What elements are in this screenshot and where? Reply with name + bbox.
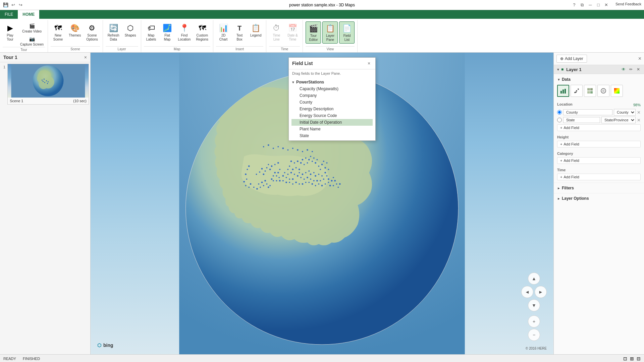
- layer-edit-icon[interactable]: ✏: [628, 66, 634, 72]
- county-mapping-dropdown[interactable]: County: [614, 109, 636, 116]
- tour-close-button[interactable]: ×: [84, 55, 87, 60]
- scene-thumbnail: [8, 64, 89, 98]
- capture-screen-button[interactable]: 📷 Capture Screen: [19, 35, 45, 47]
- data-section-label: Data: [562, 77, 571, 82]
- nav-down-button[interactable]: ▼: [528, 299, 540, 311]
- svg-point-101: [253, 187, 255, 188]
- svg-point-65: [289, 178, 290, 180]
- minimize-icon[interactable]: ─: [587, 2, 593, 8]
- svg-point-32: [290, 161, 292, 162]
- save-icon[interactable]: 💾: [3, 2, 9, 8]
- field-item-energy-source[interactable]: Energy Source Code: [291, 112, 373, 119]
- layer-visible-icon[interactable]: 👁: [621, 66, 627, 72]
- scene-item[interactable]: Scene 1 (10 sec): [7, 64, 89, 105]
- help-icon[interactable]: ?: [571, 2, 577, 8]
- nav-up-button[interactable]: ▲: [528, 273, 540, 285]
- status-finished: FINISHED: [23, 357, 40, 361]
- layer-remove-icon[interactable]: ✕: [635, 66, 641, 72]
- refresh-data-button[interactable]: 🔄 RefreshData: [106, 21, 121, 43]
- restore-icon[interactable]: ⧉: [579, 2, 585, 8]
- flat-map-button[interactable]: 🗾 FlatMap: [160, 21, 175, 43]
- status-icon-2[interactable]: ⊞: [630, 356, 634, 361]
- shapes-button[interactable]: ⬡ Shapes: [123, 21, 138, 39]
- state-radio[interactable]: [557, 118, 562, 122]
- layer-expand-icon[interactable]: ▼: [556, 68, 560, 71]
- field-item-company[interactable]: Company: [291, 92, 373, 99]
- add-layer-button[interactable]: ⊕ Add Layer: [556, 55, 587, 63]
- county-radio[interactable]: [557, 110, 562, 115]
- svg-rect-155: [614, 88, 620, 94]
- nav-right-button[interactable]: ►: [535, 286, 547, 298]
- state-field-tag: State: [563, 117, 600, 123]
- field-item-capacity[interactable]: Capacity (Megawatts): [291, 85, 373, 92]
- svg-point-106: [334, 180, 336, 182]
- viz-bubble-icon[interactable]: [597, 85, 609, 97]
- maximize-icon[interactable]: □: [595, 2, 601, 8]
- viz-bar-icon[interactable]: [557, 85, 569, 97]
- feedback-link[interactable]: Send Feedback: [615, 2, 641, 8]
- svg-rect-143: [562, 89, 564, 94]
- viz-region-icon[interactable]: [584, 85, 596, 97]
- svg-point-85: [308, 182, 310, 183]
- field-list-button[interactable]: 📄 FieldList: [339, 21, 355, 44]
- time-add-field-button[interactable]: + Add Field: [557, 174, 641, 180]
- layer-pane-close-button[interactable]: ×: [638, 56, 641, 62]
- bing-logo: ⬡ bing: [97, 342, 117, 350]
- category-add-field-button[interactable]: + Add Field: [557, 157, 641, 164]
- close-icon[interactable]: ✕: [603, 2, 609, 8]
- zoom-out-button[interactable]: −: [528, 329, 540, 341]
- status-icon-1[interactable]: ⊡: [623, 356, 627, 361]
- text-box-button[interactable]: T TextBox: [232, 21, 247, 43]
- view-group-label: View: [306, 46, 355, 52]
- field-item-plant-name[interactable]: Plant Name: [291, 126, 373, 132]
- new-scene-button[interactable]: 🗺 NewScene: [51, 21, 65, 43]
- layer-options-header[interactable]: ► Layer Options: [557, 195, 641, 202]
- viz-scatter-icon[interactable]: [571, 85, 583, 97]
- filters-header[interactable]: ► Filters: [557, 184, 641, 192]
- svg-text:⬡: ⬡: [97, 343, 101, 348]
- height-section: Height + Add Field: [554, 133, 644, 150]
- tour-editor-button[interactable]: 🎬 TourEditor: [306, 21, 321, 44]
- svg-point-95: [269, 185, 271, 186]
- data-section-header[interactable]: ▼ Data: [557, 76, 641, 83]
- field-item-county[interactable]: County: [291, 99, 373, 106]
- scene-options-button[interactable]: ⚙ SceneOptions: [84, 21, 100, 43]
- nav-left-button[interactable]: ◄: [521, 286, 533, 298]
- state-remove-button[interactable]: ✕: [637, 118, 641, 123]
- status-icon-3[interactable]: ⊟: [637, 356, 641, 361]
- height-add-field-button[interactable]: + Add Field: [557, 141, 641, 147]
- svg-point-115: [268, 164, 269, 165]
- tab-file[interactable]: FILE: [0, 10, 18, 19]
- tour-group-label: Tour: [3, 47, 45, 53]
- themes-button[interactable]: 🎨 Themes: [67, 21, 83, 39]
- custom-regions-button[interactable]: 🗺 CustomRegions: [194, 21, 210, 43]
- redo-icon[interactable]: ↪: [17, 2, 23, 8]
- ribbon-group-map: 🏷 MapLabels 🗾 FlatMap 📍 FindLocation 🗺 C…: [141, 20, 214, 52]
- scene-options-label: SceneOptions: [86, 34, 98, 42]
- date-time-button[interactable]: 📅 Date &Time: [285, 21, 300, 43]
- county-remove-button[interactable]: ✕: [637, 110, 641, 115]
- layer-pane-button[interactable]: 📋 LayerPane: [322, 21, 338, 44]
- state-mapping-dropdown[interactable]: State/Province: [601, 117, 636, 123]
- create-video-button[interactable]: 🎬 Create Video: [19, 21, 45, 34]
- time-line-button[interactable]: ⏱ TimeLine: [269, 21, 284, 43]
- field-item-state[interactable]: State: [291, 132, 373, 139]
- svg-point-126: [246, 178, 248, 180]
- 2d-chart-button[interactable]: 📊 2DChart: [216, 21, 231, 43]
- field-list-close-button[interactable]: ×: [366, 60, 372, 66]
- viz-heat-icon[interactable]: [611, 85, 623, 97]
- zoom-in-button[interactable]: +: [528, 315, 540, 327]
- svg-point-137: [302, 151, 303, 152]
- legend-button[interactable]: 📋 Legend: [248, 21, 263, 39]
- field-item-initial-date[interactable]: Initial Date of Operation: [291, 119, 373, 126]
- map-labels-button[interactable]: 🏷 MapLabels: [144, 21, 159, 43]
- location-add-field-button[interactable]: + Add Field: [557, 124, 641, 131]
- svg-point-93: [266, 183, 268, 185]
- play-tour-button[interactable]: ▶ PlayTour: [3, 21, 17, 43]
- field-tree-root[interactable]: ▼ PowerStations: [291, 79, 373, 85]
- find-location-button[interactable]: 📍 FindLocation: [176, 21, 193, 43]
- tab-home[interactable]: HOME: [18, 10, 39, 19]
- field-tree: ▼ PowerStations Capacity (Megawatts) Com…: [289, 77, 375, 140]
- field-item-energy-desc[interactable]: Energy Description: [291, 106, 373, 112]
- undo-icon[interactable]: ↩: [10, 2, 16, 8]
